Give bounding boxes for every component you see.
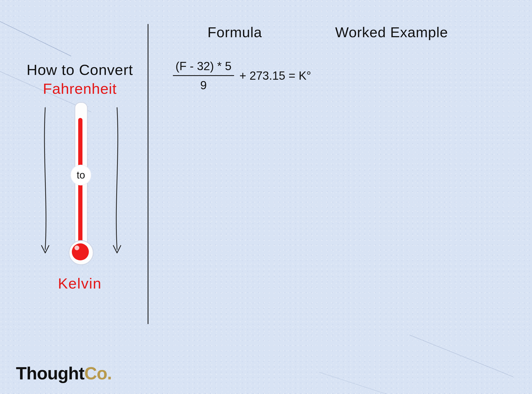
conversion-formula: (F - 32) * 5 9 + 273.15 = K°	[173, 58, 311, 93]
formula-numerator: (F - 32) * 5	[176, 58, 231, 74]
unit-to-label: Kelvin	[16, 275, 144, 292]
fraction-bar	[173, 75, 234, 76]
thoughtco-logo: ThoughtCo.	[16, 363, 112, 383]
down-arrow-icon	[40, 107, 51, 256]
unit-from-label: Fahrenheit	[16, 80, 144, 97]
thermometer-bulb-fill	[72, 243, 89, 260]
formula-denominator: 9	[200, 78, 207, 93]
formula-fraction: (F - 32) * 5 9	[173, 58, 234, 93]
to-label: to	[77, 170, 85, 181]
left-panel: How to Convert Fahrenheit	[16, 61, 144, 292]
to-label-disc: to	[70, 165, 91, 185]
formula-tail: + 273.15 = K°	[239, 69, 311, 82]
logo-part-1: Thought	[16, 363, 84, 383]
thermometer-bulb-shine	[74, 245, 79, 250]
logo-part-2: Co.	[84, 363, 112, 383]
vertical-divider	[148, 24, 148, 324]
worked-example-heading: Worked Example	[335, 24, 448, 40]
formula-heading: Formula	[207, 24, 262, 40]
thermometer-illustration: to	[16, 102, 144, 272]
down-arrow-icon	[112, 107, 122, 256]
title-line-1: How to Convert	[16, 61, 144, 78]
